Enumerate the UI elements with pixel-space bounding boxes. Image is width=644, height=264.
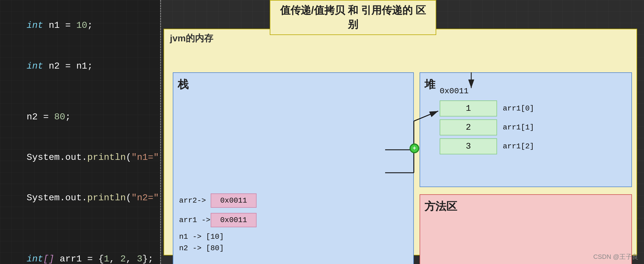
stack-label: 栈 bbox=[178, 77, 409, 92]
blank-3 bbox=[5, 229, 156, 239]
heap-addr-text: 0x0011 bbox=[440, 87, 469, 96]
jvm-outer-box: jvm的内存 栈 arr2-> 0x0011 arr1 -> 0x0011 n1… bbox=[164, 29, 637, 255]
blank-1 bbox=[5, 87, 156, 97]
code-line-5: System.out.println("n1=" + n1);//10 bbox=[5, 138, 156, 178]
arr1-2-label: arr1[2] bbox=[503, 142, 534, 151]
keyword-int-2: int bbox=[27, 61, 43, 71]
code-line-1: int n1 = 10; bbox=[5, 6, 156, 46]
heap-cell-2: 2 arr1[1] bbox=[440, 119, 534, 137]
green-cursor: + bbox=[410, 143, 419, 153]
code-line-4: n2 = 80; bbox=[5, 97, 156, 137]
heap-cell-value-3: 3 bbox=[440, 138, 497, 154]
arr1-stack-row: arr1 -> 0x0011 bbox=[179, 213, 394, 227]
n2-text: n2 -> [80] bbox=[179, 244, 394, 253]
title-box: 值传递/值拷贝 和 引用传递的 区别 bbox=[270, 0, 436, 35]
n1-text: n1 -> [10] bbox=[179, 232, 394, 241]
stack-items: arr2-> 0x0011 arr1 -> 0x0011 n1 -> [10] … bbox=[179, 193, 394, 255]
heap-cell-value-2: 2 bbox=[440, 119, 497, 135]
arr1-0-label: arr1[0] bbox=[503, 104, 534, 113]
title-text: 值传递/值拷贝 和 引用传递的 区别 bbox=[280, 4, 426, 30]
code-panel: int n1 = 10; int n2 = n1; n2 = 80; Syste… bbox=[0, 0, 161, 264]
blank-2 bbox=[5, 219, 156, 229]
arr1-1-label: arr1[1] bbox=[503, 123, 534, 132]
code-line-6: System.out.println("n2=" + n2);//80 bbox=[5, 178, 156, 218]
keyword-int-3: int bbox=[27, 254, 43, 264]
code-line-9: int[] arr1 = {1, 2, 3}; bbox=[5, 239, 156, 264]
arr2-stack-row: arr2-> 0x0011 bbox=[179, 193, 394, 208]
arr1-label: arr1 -> bbox=[179, 216, 211, 224]
diagram-panel: 值传递/值拷贝 和 引用传递的 区别 jvm的内存 栈 arr2-> 0x001… bbox=[161, 0, 644, 264]
code-line-2: int n2 = n1; bbox=[5, 46, 156, 86]
separator-line bbox=[160, 0, 161, 264]
arr2-label: arr2-> bbox=[179, 196, 211, 205]
arr2-addr-box: 0x0011 bbox=[211, 193, 257, 208]
stack-box: 栈 arr2-> 0x0011 arr1 -> 0x0011 n1 -> [10… bbox=[173, 72, 414, 264]
heap-cell-3: 3 arr1[2] bbox=[440, 138, 534, 156]
keyword-int-1: int bbox=[27, 20, 43, 31]
method-area-label: 方法区 bbox=[424, 199, 627, 214]
arr1-addr-box: 0x0011 bbox=[211, 213, 257, 227]
heap-cell-value-1: 1 bbox=[440, 100, 497, 117]
watermark: CSDN @王子良 bbox=[593, 253, 638, 261]
heap-cell-1: 1 arr1[0] bbox=[440, 100, 534, 118]
